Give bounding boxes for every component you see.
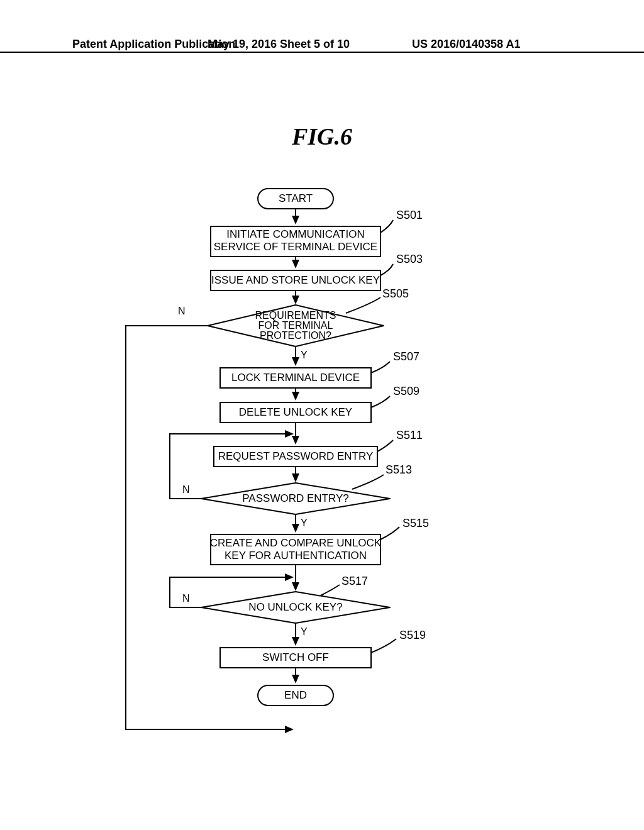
yes-label: Y xyxy=(301,350,308,360)
ref-connector xyxy=(380,264,393,275)
s509-ref: S509 xyxy=(393,385,419,397)
ref-connector xyxy=(346,297,380,313)
s505-text3: PROTECTION? xyxy=(260,330,331,341)
s511-ref: S511 xyxy=(396,429,423,441)
ref-connector xyxy=(371,396,390,407)
s501-ref: S501 xyxy=(396,209,423,221)
no-label: N xyxy=(182,593,190,604)
s501-text1: INITIATE COMMUNICATION xyxy=(226,228,364,240)
flowchart: START INITIATE COMMUNICATION SERVICE OF … xyxy=(31,182,613,811)
start-label: START xyxy=(279,192,313,204)
s507-text: LOCK TERMINAL DEVICE xyxy=(231,372,360,384)
ref-connector xyxy=(352,475,384,489)
ref-connector xyxy=(321,585,340,595)
s503-ref: S503 xyxy=(396,253,423,265)
s505-text2: FOR TERMINAL xyxy=(258,320,333,331)
s505-text1: REQUIREMENTS xyxy=(255,310,336,321)
header-right: US 2016/0140358 A1 xyxy=(412,38,520,51)
s501-text2: SERVICE OF TERMINAL DEVICE xyxy=(214,241,377,253)
s517-text: NO UNLOCK KEY? xyxy=(248,601,342,613)
no-label: N xyxy=(182,484,190,495)
s519-text: SWITCH OFF xyxy=(262,651,329,663)
no-label: N xyxy=(178,306,186,316)
ref-connector xyxy=(371,362,390,373)
header-mid: May 19, 2016 Sheet 5 of 10 xyxy=(208,38,350,51)
ref-connector xyxy=(377,440,393,451)
s519-ref: S519 xyxy=(399,629,426,641)
page-header: Patent Application Publication May 19, 2… xyxy=(0,52,644,72)
s515-text2: KEY FOR AUTHENTICATION xyxy=(225,550,367,562)
s505-ref: S505 xyxy=(382,287,409,300)
s503-text: ISSUE AND STORE UNLOCK KEY xyxy=(211,274,380,286)
s515-text1: CREATE AND COMPARE UNLOCK xyxy=(210,537,382,549)
end-label: END xyxy=(284,689,307,701)
figure-caption: FIG.6 xyxy=(0,123,644,150)
yes-label: Y xyxy=(301,517,308,528)
ref-connector xyxy=(380,527,399,540)
s513-text: PASSWORD ENTRY? xyxy=(242,492,348,504)
ref-connector xyxy=(380,220,393,233)
s515-ref: S515 xyxy=(402,517,429,529)
s517-ref: S517 xyxy=(341,575,368,587)
s507-ref: S507 xyxy=(393,350,419,363)
s513-ref: S513 xyxy=(386,463,412,476)
s509-text: DELETE UNLOCK KEY xyxy=(239,406,352,418)
ref-connector xyxy=(371,639,396,653)
yes-label: Y xyxy=(301,626,308,637)
s511-text: REQUEST PASSWORD ENTRY xyxy=(218,450,374,462)
